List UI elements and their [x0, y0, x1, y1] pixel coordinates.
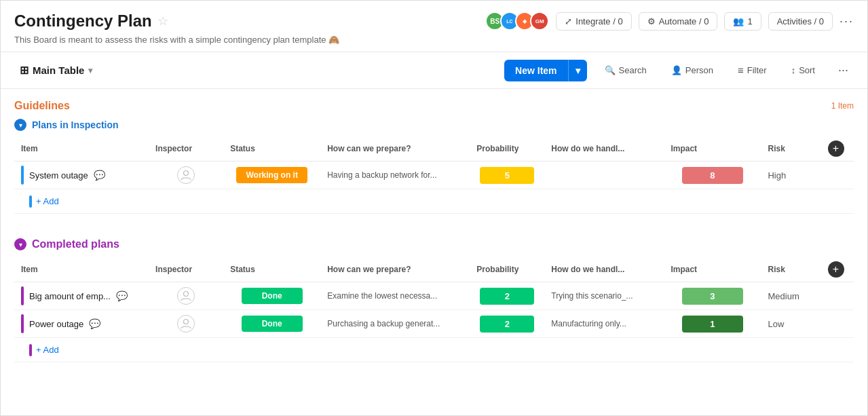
handle-cell[interactable]: Manufacturing only...	[544, 310, 664, 338]
prepare-text: Purchasing a backup generat...	[327, 319, 449, 328]
status-badge: Done	[242, 316, 303, 332]
avatar-group: BS LC ◈ GM	[485, 12, 549, 31]
item-name[interactable]: Power outage	[29, 319, 83, 329]
impact-cell[interactable]: 3	[664, 282, 761, 310]
plans-inspection-tbody: System outage 💬 Working on it	[14, 162, 854, 214]
completed-table: Item Inspector Status How can we prepare…	[14, 257, 854, 362]
prepare-cell[interactable]: Having a backup network for...	[320, 162, 470, 189]
plans-inspection-thead: Item Inspector Status How can we prepare…	[14, 136, 854, 162]
row-item-cell: Power outage 💬	[14, 310, 149, 338]
col-header-item-2: Item	[14, 257, 149, 282]
status-cell[interactable]: Working on it	[223, 162, 320, 189]
automate-button[interactable]: ⚙ Automate / 0	[639, 12, 718, 31]
risk-cell: Medium	[761, 282, 820, 310]
col-header-status-2: Status	[223, 257, 320, 282]
impact-badge: 1	[682, 316, 743, 333]
guidelines-group-title: Guidelines	[14, 100, 70, 112]
star-icon[interactable]: ☆	[157, 14, 168, 29]
integrate-icon: ⤢	[565, 16, 572, 26]
add-row: + Add	[14, 189, 854, 214]
add-row: + Add	[14, 338, 854, 362]
inspector-cell[interactable]	[149, 282, 223, 310]
handle-cell[interactable]: Trying this scenario_...	[544, 282, 664, 310]
page-header: Contingency Plan ☆ BS LC ◈ GM ⤢ Integrat…	[1, 1, 867, 52]
inspector-cell[interactable]	[149, 310, 223, 338]
guidelines-group: Guidelines 1 Item ▾ Plans in Inspection …	[1, 89, 867, 214]
svg-point-2	[184, 171, 189, 176]
completed-thead: Item Inspector Status How can we prepare…	[14, 257, 854, 282]
filter-button[interactable]: ≡ Filter	[731, 60, 774, 80]
row-item-cell: System outage 💬	[14, 162, 149, 189]
row-item-cell: Big amount of emp... 💬	[14, 282, 149, 310]
new-item-dropdown-icon[interactable]: ▾	[568, 60, 587, 81]
inspector-avatar[interactable]	[177, 315, 195, 333]
inspector-cell[interactable]	[149, 162, 223, 189]
new-item-button[interactable]: New Item ▾	[504, 60, 586, 81]
filter-icon: ≡	[738, 64, 744, 76]
integrate-button[interactable]: ⤢ Integrate / 0	[556, 12, 631, 31]
probability-cell[interactable]: 2	[470, 310, 544, 338]
completed-group-header: ▾ Completed plans	[1, 227, 867, 257]
search-button[interactable]: 🔍 Search	[598, 61, 654, 79]
col-header-prepare-2: How can we prepare?	[320, 257, 470, 282]
col-header-risk: Risk	[761, 136, 820, 162]
item-name[interactable]: Big amount of emp...	[29, 291, 111, 301]
toolbar: ⊞ Main Table ▾ New Item ▾ 🔍 Search 👤 Per…	[1, 52, 867, 89]
col-header-prepare: How can we prepare?	[320, 136, 470, 162]
automate-icon: ⚙	[647, 16, 656, 26]
header-actions: BS LC ◈ GM ⤢ Integrate / 0 ⚙ Automate / …	[485, 12, 854, 31]
impact-cell[interactable]: 8	[664, 162, 761, 189]
members-button[interactable]: 👥 1	[724, 12, 761, 31]
comment-icon[interactable]: 💬	[89, 318, 100, 329]
plans-inspection-title: Plans in Inspection	[32, 119, 119, 130]
page-subtitle: This Board is meant to assess the risks …	[14, 35, 854, 45]
col-header-probability: Probability	[470, 136, 544, 162]
table-row: Power outage 💬 Done	[14, 310, 854, 338]
table-selector[interactable]: ⊞ Main Table ▾	[14, 61, 98, 79]
chevron-down-icon: ▾	[88, 66, 92, 75]
status-cell[interactable]: Done	[223, 310, 320, 338]
avatar-gm: GM	[530, 12, 549, 31]
probability-badge: 2	[480, 316, 534, 333]
svg-text:LC: LC	[507, 19, 513, 24]
row-more-cell	[821, 162, 854, 189]
risk-cell: Low	[761, 310, 820, 338]
add-column-button[interactable]: +	[828, 140, 844, 157]
members-icon: 👥	[733, 16, 744, 26]
prepare-text: Examine the lowest necessa...	[327, 291, 449, 301]
probability-cell[interactable]: 5	[470, 162, 544, 189]
add-row-cell: + Add	[14, 189, 854, 214]
inspector-avatar[interactable]	[177, 166, 195, 184]
status-cell[interactable]: Done	[223, 282, 320, 310]
add-item-button[interactable]: + Add	[36, 193, 59, 209]
add-row-bar	[29, 344, 32, 356]
impact-cell[interactable]: 1	[664, 310, 761, 338]
plans-inspection-toggle[interactable]: ▾	[14, 119, 26, 131]
page-title: Contingency Plan	[14, 12, 152, 31]
comment-icon[interactable]: 💬	[116, 290, 128, 301]
col-header-item: Item	[14, 136, 149, 162]
svg-point-4	[184, 320, 189, 324]
add-column-button-2[interactable]: +	[828, 261, 844, 278]
add-row-bar	[29, 195, 32, 208]
header-more-button[interactable]: ···	[839, 14, 854, 29]
handle-text: Trying this scenario_...	[551, 291, 653, 301]
sort-button[interactable]: ↕ Sort	[785, 61, 822, 79]
completed-group-toggle[interactable]: ▾	[14, 238, 26, 250]
risk-text: Low	[768, 319, 784, 329]
add-item-button-2[interactable]: + Add	[36, 342, 59, 358]
toolbar-more-button[interactable]: ···	[833, 59, 854, 81]
inspector-avatar[interactable]	[177, 287, 195, 305]
person-filter-button[interactable]: 👤 Person	[664, 61, 720, 79]
handle-cell[interactable]	[544, 162, 664, 189]
comment-icon[interactable]: 💬	[94, 170, 105, 181]
col-header-probability-2: Probability	[470, 257, 544, 282]
activities-button[interactable]: Activities / 0	[768, 12, 833, 31]
risk-text: Medium	[768, 291, 799, 301]
add-row-cell: + Add	[14, 338, 854, 362]
prepare-cell[interactable]: Purchasing a backup generat...	[320, 310, 470, 338]
item-name[interactable]: System outage	[29, 170, 88, 181]
probability-cell[interactable]: 2	[470, 282, 544, 310]
row-more-cell	[821, 282, 854, 310]
prepare-cell[interactable]: Examine the lowest necessa...	[320, 282, 470, 310]
